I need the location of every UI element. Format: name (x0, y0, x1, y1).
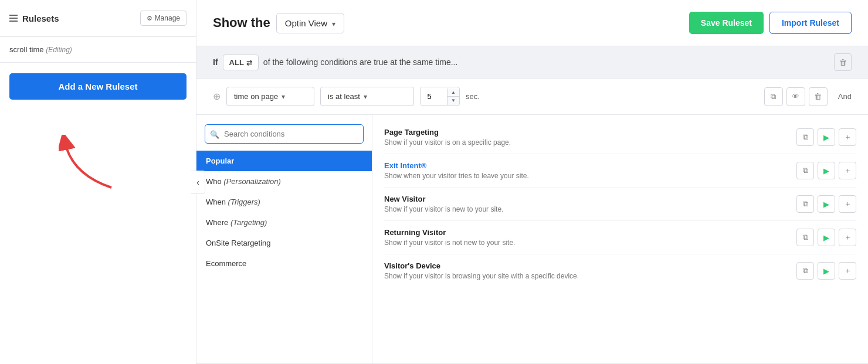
hamburger-icon[interactable] (9, 15, 18, 22)
category-item-when[interactable]: When (Triggers) (196, 192, 372, 212)
condition-actions: ⧉ ▶ ＋ (796, 195, 856, 213)
condition-info: Visitor's Device Show if your visitor is… (384, 261, 579, 280)
show-the-label: Show the (213, 15, 270, 30)
copy-icon: ⧉ (771, 92, 776, 101)
condition-type-chevron (282, 92, 285, 101)
play-icon: ▶ (823, 133, 829, 142)
condition-type-dropdown[interactable]: time on page (226, 87, 314, 106)
category-item-popular[interactable]: Popular (196, 151, 372, 171)
copy-icon: ⧉ (803, 132, 808, 142)
show-the-row: Show the Optin View (213, 13, 344, 33)
add-condition-button[interactable]: ＋ (839, 128, 856, 146)
condition-item-exit-intent: Exit Intent® Show when your visitor trie… (384, 154, 856, 188)
condition-name: Page Targeting (384, 128, 511, 137)
category-sub-label: (Personalization) (223, 177, 281, 186)
condition-actions: ⧉ ▶ ＋ (796, 162, 856, 179)
plus-icon: ＋ (844, 266, 852, 276)
add-condition-play-button[interactable]: ▶ (818, 229, 835, 246)
value-input[interactable] (421, 87, 447, 106)
condition-name: Exit Intent® (384, 161, 529, 170)
add-condition-button[interactable]: ＋ (839, 229, 856, 246)
operator-chevron (364, 92, 367, 101)
condition-desc: Show if your visitor is not new to your … (384, 239, 515, 247)
add-ruleset-button[interactable]: Add a New Ruleset (9, 73, 187, 100)
chevron-left-icon: ‹ (196, 178, 199, 187)
condition-info: Exit Intent® Show when your visitor trie… (384, 161, 529, 180)
conditions-list-panel: Page Targeting Show if your visitor is o… (372, 115, 868, 363)
preview-rule-button[interactable]: 👁 (786, 87, 805, 106)
optin-view-dropdown[interactable]: Optin View (276, 13, 344, 33)
condition-actions: ⧉ ▶ ＋ (796, 262, 856, 280)
arrow-annotation (59, 135, 129, 195)
sidebar-collapse-toggle[interactable]: ‹ (191, 171, 205, 194)
category-label: Who (206, 177, 223, 186)
copy-condition-button[interactable]: ⧉ (796, 162, 814, 179)
copy-condition-button[interactable]: ⧉ (796, 128, 814, 146)
delete-conditions-button[interactable]: 🗑 (834, 53, 852, 71)
condition-name: New Visitor (384, 195, 503, 203)
add-condition-button[interactable]: ＋ (839, 262, 856, 280)
spin-up-button[interactable]: ▲ (447, 89, 459, 97)
condition-actions: ⧉ ▶ ＋ (796, 128, 856, 146)
play-icon: ▶ (823, 233, 829, 242)
sidebar-title-text: Rulesets (22, 13, 59, 23)
search-icon: 🔍 (210, 130, 219, 138)
copy-rule-button[interactable]: ⧉ (764, 87, 783, 106)
condition-type-label: time on page (234, 92, 278, 101)
add-condition-play-button[interactable]: ▶ (818, 128, 835, 146)
plus-icon: ＋ (844, 165, 852, 176)
copy-icon: ⧉ (803, 266, 808, 275)
all-dropdown[interactable]: ALL (223, 55, 259, 70)
value-input-container: ▲ ▼ (420, 87, 460, 106)
add-condition-button[interactable]: ＋ (839, 195, 856, 213)
category-label: Where (206, 218, 230, 227)
spinners: ▲ ▼ (447, 89, 459, 105)
condition-desc: Show if your visitor is on a specific pa… (384, 138, 511, 147)
manage-button[interactable]: Manage (140, 11, 187, 26)
copy-condition-button[interactable]: ⧉ (796, 262, 814, 280)
unit-label: sec. (466, 92, 480, 101)
condition-desc: Show if your visitor is new to your site… (384, 205, 503, 213)
main-header: Show the Optin View Save Ruleset Import … (196, 0, 868, 46)
conditions-rest-text: of the following conditions are true at … (263, 57, 458, 67)
drag-handle[interactable]: ⊕ (213, 91, 221, 102)
add-condition-play-button[interactable]: ▶ (818, 162, 835, 179)
category-label: When (206, 198, 228, 206)
search-input[interactable] (205, 124, 364, 144)
category-item-ecommerce[interactable]: Ecommerce (196, 253, 372, 274)
sync-icon (246, 58, 252, 67)
ruleset-name: scroll time (9, 45, 44, 54)
save-ruleset-button[interactable]: Save Ruleset (689, 12, 764, 34)
category-label: Popular (206, 157, 234, 165)
import-ruleset-button[interactable]: Import Ruleset (769, 12, 852, 34)
copy-condition-button[interactable]: ⧉ (796, 195, 814, 213)
plus-icon: ＋ (844, 132, 852, 142)
add-condition-play-button[interactable]: ▶ (818, 195, 835, 213)
add-condition-play-button[interactable]: ▶ (818, 262, 835, 280)
condition-desc: Show when your visitor tries to leave yo… (384, 172, 529, 180)
category-item-where[interactable]: Where (Targeting) (196, 212, 372, 233)
add-condition-button[interactable]: ＋ (839, 162, 856, 179)
sidebar-title: Rulesets (9, 13, 59, 23)
play-icon: ▶ (823, 166, 829, 175)
category-item-onsite[interactable]: OnSite Retargeting (196, 233, 372, 253)
spin-down-button[interactable]: ▼ (447, 97, 459, 105)
rule-actions: ⧉ 👁 🗑 (764, 87, 828, 106)
delete-rule-button[interactable]: 🗑 (809, 87, 828, 106)
category-label: Ecommerce (206, 259, 246, 268)
plus-icon: ＋ (844, 232, 852, 243)
condition-actions: ⧉ ▶ ＋ (796, 229, 856, 246)
sidebar-header: Rulesets Manage (0, 0, 196, 37)
and-label: And (838, 92, 852, 101)
play-icon: ▶ (823, 200, 829, 209)
play-icon: ▶ (823, 267, 829, 275)
copy-icon: ⧉ (803, 199, 808, 209)
conditions-panel: 🔍 Popular Who (Personalization) When (Tr… (196, 115, 868, 364)
copy-condition-button[interactable]: ⧉ (796, 229, 814, 246)
category-item-who[interactable]: Who (Personalization) (196, 171, 372, 192)
category-sub-label: (Triggers) (228, 198, 260, 206)
condition-info: Returning Visitor Show if your visitor i… (384, 228, 515, 247)
optin-view-label: Optin View (285, 18, 327, 28)
sidebar: Rulesets Manage scroll time (Editing) Ad… (0, 0, 196, 364)
operator-dropdown[interactable]: is at least (320, 87, 414, 106)
